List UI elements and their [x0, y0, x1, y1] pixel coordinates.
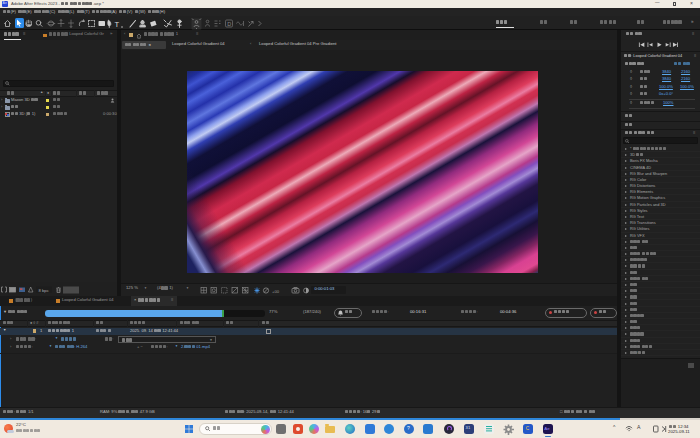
svg-text:8 bpc: 8 bpc: [39, 288, 49, 293]
svg-text:D: D: [227, 21, 231, 27]
svg-text:+00: +00: [272, 288, 280, 293]
svg-text:T: T: [115, 20, 120, 29]
